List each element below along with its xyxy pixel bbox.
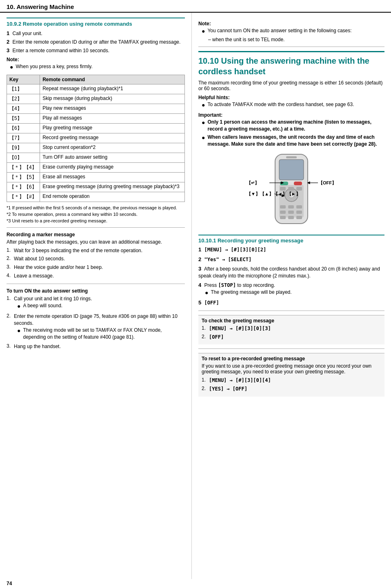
table-cell-command: Turn OFF auto answer setting — [40, 153, 185, 162]
rec-step-3-text: After a beep sounds, hold the cordless h… — [198, 266, 380, 279]
auto-step-2-num: 2. — [7, 313, 14, 342]
marker-step-3-num: 3. — [7, 264, 14, 271]
to-check-title: To check the greeting message — [202, 318, 381, 324]
rec-step-4-num: 4 — [198, 282, 201, 288]
helpful-hints-text: To activate TAM/FAX mode with the cordle… — [207, 101, 354, 108]
page-header-title: 10. Answering Machine — [7, 3, 74, 10]
note-bullet: ● When you press a key, press firmly. — [10, 63, 185, 71]
bullet-dot: ● — [10, 63, 13, 71]
helpful-hints-label: Helpful hints: — [198, 95, 384, 100]
svg-rect-12 — [280, 211, 286, 214]
to-reset-intro: If you want to use a pre-recorded greeti… — [202, 363, 381, 375]
check-step-2-text: [OFF] — [209, 334, 224, 341]
marker-step-1-num: 1. — [7, 247, 14, 254]
table-header-command: Remote command — [40, 75, 185, 84]
table-cell-command: Repeat message (during playback)*1 — [40, 84, 185, 94]
check-step-1-num: 1. — [202, 325, 209, 332]
svg-rect-7 — [288, 187, 294, 191]
svg-rect-14 — [296, 211, 302, 214]
svg-rect-19 — [294, 182, 302, 185]
step-2-text: Enter the remote operation ID during or … — [13, 39, 181, 45]
table-cell-command: Play new messages — [40, 104, 185, 113]
check-step-2: 2. [OFF] — [202, 334, 381, 341]
svg-rect-10 — [288, 205, 294, 209]
marker-step-2: 2. Wait about 10 seconds. — [7, 255, 185, 262]
table-cell-key: 【2】 — [7, 94, 40, 104]
right-column: Note: ● You cannot turn ON the auto answ… — [192, 13, 391, 579]
left-column: 10.9.2 Remote operation using remote com… — [0, 13, 192, 579]
table-cell-command: Erase all messages — [40, 172, 185, 182]
section-10-10-intro: The maximum recording time of your greet… — [198, 80, 384, 91]
auto-step-2-text: Enter the remote operation ID (page 75, … — [14, 313, 185, 327]
section-10-10-title: 10.10 Using the answering machine with t… — [198, 51, 384, 77]
table-row: 【2】Skip message (during playback) — [7, 94, 185, 104]
page: 10. Answering Machine 10.9.2 Remote oper… — [0, 0, 391, 588]
table-row: 【4】Play new messages — [7, 104, 185, 113]
table-row: 【＊】【6】Erase greeting message (during gre… — [7, 182, 185, 192]
table-cell-key: 【＊】【5】 — [7, 172, 40, 182]
table-row: 【1】Repeat message (during playback)*1 — [7, 84, 185, 94]
auto-step-2-sub-text: The receiving mode will be set to TAM/FA… — [23, 327, 185, 341]
important-label: Important: — [198, 112, 384, 118]
handset-svg — [263, 152, 320, 228]
reset-step-1-text: [MENU] → [#][3][0][4] — [209, 377, 271, 384]
right-divider-top — [198, 47, 384, 47]
auto-step-3-num: 3. — [7, 343, 14, 350]
handset-diagram: 【↵】 【▼】【▲】【◄】【►】 【OFF】 — [198, 152, 384, 230]
auto-step-2: 2. Enter the remote operation ID (page 7… — [7, 313, 185, 342]
rec-step-2: 2 "Yes" → [SELECT] — [198, 256, 384, 263]
svg-rect-9 — [280, 205, 286, 209]
diagram-label-arrow: 【↵】 — [247, 180, 259, 186]
check-step-1: 1. [MENU] → [#][3][0][3] — [202, 325, 381, 332]
table-row: 【9】Stop current operation*2 — [7, 143, 185, 153]
right-note-sub: – when the unit is set to TEL mode. — [208, 37, 384, 42]
reset-step-1: 1. [MENU] → [#][3][0][4] — [202, 377, 381, 384]
table-cell-command: Record greeting message — [40, 133, 185, 143]
marker-step-1: 1. Wait for 3 beeps indicating the end o… — [7, 247, 185, 254]
auto-answer-title: To turn ON the auto answer setting — [7, 288, 185, 294]
rec-step-4-sub-text: The greeting message will be played. — [211, 289, 291, 296]
content-area: 10.9.2 Remote operation using remote com… — [0, 13, 391, 579]
table-cell-key: 【9】 — [7, 143, 40, 153]
step-1-text: Call your unit. — [13, 31, 42, 36]
table-cell-command: Play all messages — [40, 113, 185, 123]
table-cell-key: 【0】 — [7, 153, 40, 162]
step-1: 1 Call your unit. — [7, 30, 185, 36]
svg-rect-1 — [279, 160, 304, 180]
svg-rect-13 — [288, 211, 294, 214]
auto-step-3: 3. Hang up the handset. — [7, 343, 185, 350]
reset-step-2-num: 2. — [202, 386, 209, 393]
rec-step-4-sub: ● The greeting message will be played. — [205, 289, 384, 297]
to-reset-title: To reset to a pre-recorded greeting mess… — [202, 356, 381, 362]
table-row: 【6】Play greeting message — [7, 123, 185, 133]
to-reset-block: To reset to a pre-recorded greeting mess… — [198, 353, 384, 397]
reset-step-2: 2. [YES] → [OFF] — [202, 386, 381, 393]
svg-rect-2 — [286, 156, 297, 158]
auto-step-1-sub: ● A beep will sound. — [17, 302, 92, 311]
svg-rect-8 — [296, 187, 302, 191]
right-note-text: You cannot turn ON the auto answer setti… — [207, 27, 351, 34]
rec-step-3-num: 3 — [198, 266, 201, 272]
note-label: Note: — [7, 57, 185, 62]
section-10-10-1-title: 10.10.1 Recording your greeting message — [198, 235, 384, 244]
marker-msg-intro: After playing back the messages, you can… — [7, 239, 185, 245]
table-row: 【＊】【5】Erase all messages — [7, 172, 185, 182]
remote-commands-table: Key Remote command 【1】Repeat message (du… — [7, 75, 185, 202]
table-row: 【＊】【#】End remote operation — [7, 192, 185, 202]
rec-step-5: 5 [OFF] — [198, 299, 384, 306]
table-cell-command: Erase currently playing message — [40, 162, 185, 172]
svg-rect-6 — [280, 187, 286, 191]
table-cell-command: Skip message (during playback) — [40, 94, 185, 104]
step-3-num: 3 — [7, 47, 9, 53]
auto-step-1-text: Call your unit and let it ring 10 rings. — [14, 295, 92, 302]
table-cell-key: 【5】 — [7, 113, 40, 123]
rec-step-1: 1 [MENU] → [#][3][0][2] — [198, 246, 384, 253]
marker-step-2-num: 2. — [7, 255, 14, 262]
svg-rect-16 — [288, 216, 294, 219]
table-cell-command: End remote operation — [40, 192, 185, 202]
rec-step-1-text: [MENU] → [#][3][0][2] — [204, 247, 267, 253]
marker-step-4: 4. Leave a message. — [7, 273, 185, 280]
table-cell-command: Stop current operation*2 — [40, 143, 185, 153]
step-2: 2 Enter the remote operation ID during o… — [7, 39, 185, 45]
table-header-key: Key — [7, 75, 40, 84]
